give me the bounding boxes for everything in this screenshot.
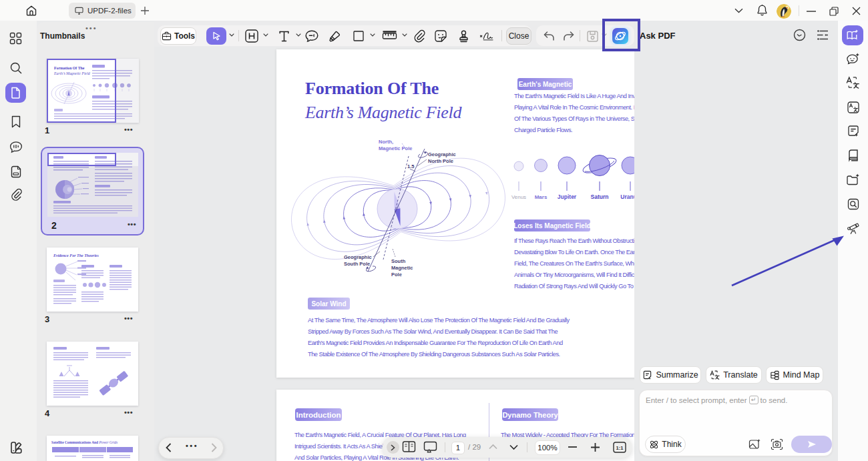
page-layout-icon[interactable] <box>402 440 416 453</box>
ai-button-focus-box <box>602 19 640 51</box>
translate-chip[interactable]: Translate <box>706 366 762 384</box>
document-tab[interactable]: UPDF-2-files <box>69 3 136 19</box>
sidebar-thumbnails-active[interactable] <box>5 83 26 103</box>
user-avatar[interactable] <box>777 4 791 19</box>
home-icon[interactable] <box>25 4 38 17</box>
thumb2-menu[interactable]: ••• <box>128 220 136 228</box>
thumbnail-page-4[interactable] <box>47 342 138 406</box>
redo-icon[interactable] <box>560 29 576 43</box>
window-restore-button[interactable] <box>829 7 839 16</box>
screenshot-camera-icon[interactable] <box>771 438 783 453</box>
bookmark-icon[interactable] <box>5 111 26 131</box>
thumb3-menu[interactable]: ••• <box>124 314 133 322</box>
highlighter-tool-icon[interactable] <box>327 29 343 43</box>
pager-more-icon[interactable]: ••• <box>186 442 198 450</box>
page1-chip-solar-wind: Solar Wind <box>308 298 350 310</box>
ai-prompt-inputbox[interactable]: Enter / to select prompt, enter ↵ to sen… <box>639 390 833 456</box>
diagram-southmag-label2: Magnetic <box>391 265 413 271</box>
reader-mode-button-active[interactable] <box>842 25 863 45</box>
notifications-bell-icon[interactable] <box>756 4 768 17</box>
prev-page-chevron-icon[interactable] <box>489 444 497 450</box>
send-button[interactable] <box>791 436 832 453</box>
thumb5-title-italic: Power Grids <box>98 440 118 444</box>
save-icon[interactable] <box>584 29 600 43</box>
search-icon[interactable] <box>5 58 26 78</box>
pager-next-icon[interactable] <box>211 443 217 452</box>
mind-map-chip[interactable]: Mind Map <box>766 366 823 384</box>
form-field-icon[interactable] <box>5 161 26 181</box>
placeholder-post: to send. <box>761 396 788 404</box>
thumbnails-panel-title: Thumbnails <box>40 31 85 41</box>
shapes-chevron[interactable] <box>370 33 375 37</box>
presentation-icon[interactable] <box>423 440 437 453</box>
undo-icon[interactable] <box>541 29 557 43</box>
translate-page-icon[interactable] <box>846 100 860 114</box>
diagram-geonorth-label: Geographic <box>428 151 456 157</box>
thumbnail-page-2-selected[interactable]: 2 ••• <box>41 147 144 236</box>
diagram-north-label: North, <box>379 139 393 145</box>
thumb1-menu[interactable]: ••• <box>124 125 133 133</box>
close-tools-button[interactable]: Close <box>506 27 531 45</box>
next-page-chevron-icon[interactable] <box>509 444 518 450</box>
text-tool-chevron[interactable] <box>296 33 301 37</box>
thumbnail-page-3[interactable]: Evidence For The Theories <box>47 248 138 312</box>
zoom-level[interactable]: 100% <box>535 440 560 455</box>
think-button[interactable]: Think <box>645 436 686 453</box>
insert-image-icon[interactable] <box>748 438 762 453</box>
attach-file-tool-icon[interactable] <box>411 29 427 43</box>
pdf-page-1[interactable]: Formation Of The Earth’s Magnetic Field <box>276 49 634 378</box>
comment-bubble-tool-icon[interactable] <box>304 29 320 43</box>
sticker-tool-icon[interactable] <box>433 29 449 43</box>
think-label: Think <box>662 440 681 449</box>
signature-tool-icon[interactable] <box>479 29 495 43</box>
window-close-button[interactable] <box>852 7 861 15</box>
select-tool-button-active[interactable] <box>206 27 226 45</box>
measure-chevron[interactable] <box>402 33 407 37</box>
shapes-tool-icon[interactable] <box>351 29 367 43</box>
pager-prev-icon[interactable] <box>166 443 172 452</box>
thumb4-number: 4 <box>45 408 49 418</box>
thumb4-menu[interactable]: ••• <box>124 408 133 416</box>
edit-text-tool-icon[interactable] <box>244 29 260 43</box>
reader-book-icon[interactable] <box>846 148 860 162</box>
ask-pdf-panel: Ask PDF Summarize Translate Mind Map Ent… <box>634 21 838 461</box>
text-comment-tool-icon[interactable] <box>276 29 292 43</box>
actual-size-icon[interactable]: 1:1 <box>613 442 626 453</box>
attachments-paperclip-icon[interactable] <box>5 184 26 204</box>
diagram-geosouth-label2: South Pole <box>344 261 370 267</box>
panel-drag-handle[interactable]: ••• <box>85 24 97 32</box>
thumbnail-page-5[interactable]: Satellite Communications And Power Grids <box>47 436 138 461</box>
thumb1-dim-region <box>116 59 139 123</box>
tools-label: Tools <box>174 31 195 41</box>
diagram-geonorth-label2: North Pole <box>428 158 453 164</box>
collapse-bar-button[interactable] <box>387 441 399 454</box>
search-document-icon[interactable] <box>846 197 860 211</box>
thumbnail-page-2[interactable] <box>47 153 138 217</box>
new-tab-button[interactable] <box>140 6 150 15</box>
thumb2-viewport-box <box>47 153 116 166</box>
select-tool-chevron[interactable] <box>229 33 234 37</box>
tools-button[interactable]: Tools <box>160 27 196 45</box>
thumbnail-page-1[interactable]: Formation Of The Earth’s Magnetic Field <box>47 59 139 123</box>
measure-tool-icon[interactable] <box>381 29 397 43</box>
zoom-out-icon[interactable] <box>568 446 577 448</box>
summarize-note-icon <box>642 370 652 380</box>
edit-text-chevron[interactable] <box>263 33 268 37</box>
ai-chat-icon[interactable] <box>846 52 860 66</box>
summarize-chip[interactable]: Summarize <box>640 366 701 384</box>
theme-palette-icon[interactable] <box>5 438 26 458</box>
window-minimize-button[interactable] <box>807 11 816 12</box>
titlebar-chevron-down-icon[interactable] <box>734 8 743 13</box>
apps-grid-icon[interactable] <box>5 28 26 48</box>
history-clock-icon[interactable] <box>793 29 806 44</box>
summary-note-icon[interactable] <box>846 124 860 138</box>
stamp-tool-icon[interactable] <box>455 29 471 43</box>
page1-para2-line: Radiation Of Strong Rays And Will Quickl… <box>514 283 634 290</box>
telescope-icon[interactable] <box>846 221 860 236</box>
zoom-in-icon[interactable] <box>591 443 600 452</box>
ai-folder-icon[interactable] <box>846 173 860 187</box>
page-number-input[interactable]: 1 <box>451 442 465 454</box>
annotations-icon[interactable] <box>5 137 26 157</box>
settings-sliders-icon[interactable] <box>817 29 829 43</box>
translate-text-icon[interactable] <box>846 76 860 90</box>
